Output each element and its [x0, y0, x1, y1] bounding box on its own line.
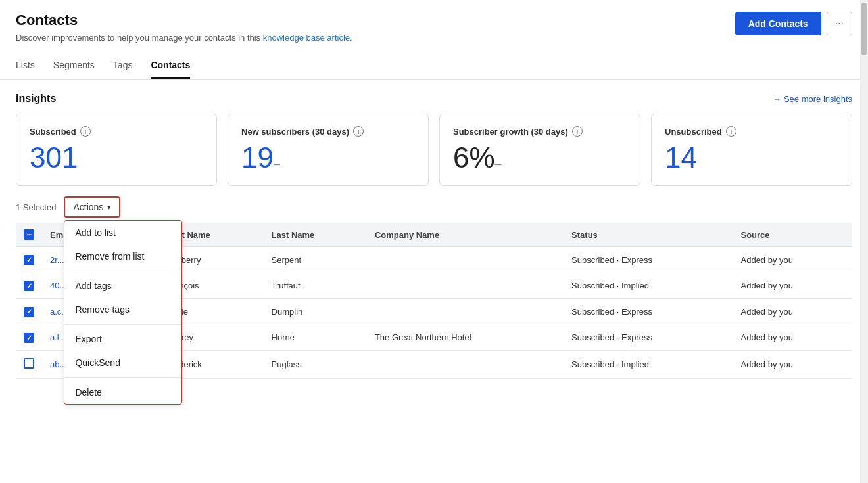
nav-tabs: Lists Segments Tags Contacts — [0, 47, 868, 80]
page-subtitle: Discover improvements to help you manage… — [16, 33, 352, 43]
row-checkbox-5[interactable] — [24, 358, 34, 369]
col-company-name[interactable]: Company Name — [367, 223, 564, 247]
status-3: Subscribed · Express — [564, 299, 733, 325]
last-name-4: Horne — [264, 325, 367, 351]
subscriber-growth-value: 6%– — [453, 143, 627, 172]
source-2: Added by you — [733, 273, 853, 299]
tab-contacts[interactable]: Contacts — [151, 55, 190, 79]
subscribed-label: Subscribed — [30, 127, 76, 137]
insight-card-unsubscribed: Unsubscribed i 14 — [651, 114, 852, 186]
source-3: Added by you — [733, 299, 853, 325]
tab-lists[interactable]: Lists — [16, 55, 35, 79]
row-checkbox-2[interactable]: ✓ — [24, 281, 34, 291]
dropdown-add-to-list[interactable]: Add to list — [64, 221, 181, 244]
company-5 — [367, 351, 564, 379]
more-options-button[interactable]: ··· — [827, 12, 852, 35]
company-4: The Great Northern Hotel — [367, 325, 564, 351]
status-1: Subscribed · Express — [564, 247, 733, 273]
dropdown-remove-tags[interactable]: Remove tags — [64, 298, 181, 321]
unsubscribed-value: 14 — [665, 143, 838, 172]
arrow-right-icon: → — [773, 94, 781, 104]
insights-title: Insights — [16, 93, 56, 104]
actions-dropdown: Add to list Remove from list Add tags Re… — [64, 220, 182, 405]
dropdown-export[interactable]: Export — [64, 327, 181, 351]
unsubscribed-info-icon[interactable]: i — [726, 126, 736, 137]
new-subscribers-value: 19– — [241, 143, 415, 172]
dropdown-divider-1 — [64, 271, 181, 271]
subscriber-growth-info-icon[interactable]: i — [572, 126, 583, 137]
add-contacts-button[interactable]: Add Contacts — [735, 12, 821, 35]
col-last-name[interactable]: Last Name — [264, 223, 367, 247]
knowledge-base-link[interactable]: knowledge base article. — [263, 33, 352, 43]
email-link-1[interactable]: 2r... — [50, 255, 64, 265]
last-name-2: Truffaut — [264, 273, 367, 299]
row-checkbox-3[interactable]: ✓ — [24, 307, 34, 317]
row-checkbox-4[interactable]: ✓ — [24, 333, 34, 343]
chevron-down-icon: ▾ — [107, 203, 111, 212]
col-source[interactable]: Source — [733, 223, 853, 247]
actions-button[interactable]: Actions ▾ — [64, 196, 120, 218]
see-more-insights-link[interactable]: → See more insights — [773, 94, 852, 104]
status-4: Subscribed · Express — [564, 325, 733, 351]
scrollbar[interactable] — [860, 0, 868, 483]
subscriber-growth-label: Subscriber growth (30 days) — [453, 127, 568, 137]
dropdown-divider-2 — [64, 324, 181, 325]
dropdown-quicksend[interactable]: QuickSend — [64, 351, 181, 375]
company-1 — [367, 247, 564, 273]
dropdown-remove-from-list[interactable]: Remove from list — [64, 244, 181, 268]
row-checkbox-1[interactable]: ✓ — [24, 255, 34, 265]
last-name-3: Dumplin — [264, 299, 367, 325]
select-all-checkbox[interactable]: − — [24, 229, 34, 240]
source-5: Added by you — [733, 351, 853, 379]
new-subscribers-info-icon[interactable]: i — [353, 126, 364, 137]
insight-card-subscribed: Subscribed i 301 — [16, 114, 217, 186]
selected-count-label: 1 Selected — [16, 202, 56, 212]
source-4: Added by you — [733, 325, 853, 351]
last-name-1: Serpent — [264, 247, 367, 273]
tab-tags[interactable]: Tags — [113, 55, 133, 79]
insight-card-subscriber-growth: Subscriber growth (30 days) i 6%– — [439, 114, 640, 186]
status-2: Subscribed · Implied — [564, 273, 733, 299]
subscribed-value: 301 — [30, 143, 203, 172]
status-5: Subscribed · Implied — [564, 351, 733, 379]
company-2 — [367, 273, 564, 299]
scrollbar-thumb[interactable] — [861, 3, 867, 55]
insight-card-new-subscribers: New subscribers (30 days) i 19– — [228, 114, 429, 186]
dropdown-divider-3 — [64, 377, 181, 378]
page-title: Contacts — [16, 12, 352, 29]
source-1: Added by you — [733, 247, 853, 273]
dropdown-add-tags[interactable]: Add tags — [64, 274, 181, 298]
subscribed-info-icon[interactable]: i — [80, 126, 91, 137]
company-3 — [367, 299, 564, 325]
new-subscribers-label: New subscribers (30 days) — [241, 127, 349, 137]
unsubscribed-label: Unsubscribed — [665, 127, 722, 137]
last-name-5: Puglass — [264, 351, 367, 379]
col-status[interactable]: Status — [564, 223, 733, 247]
tab-segments[interactable]: Segments — [53, 55, 95, 79]
dropdown-delete[interactable]: Delete — [64, 380, 181, 404]
